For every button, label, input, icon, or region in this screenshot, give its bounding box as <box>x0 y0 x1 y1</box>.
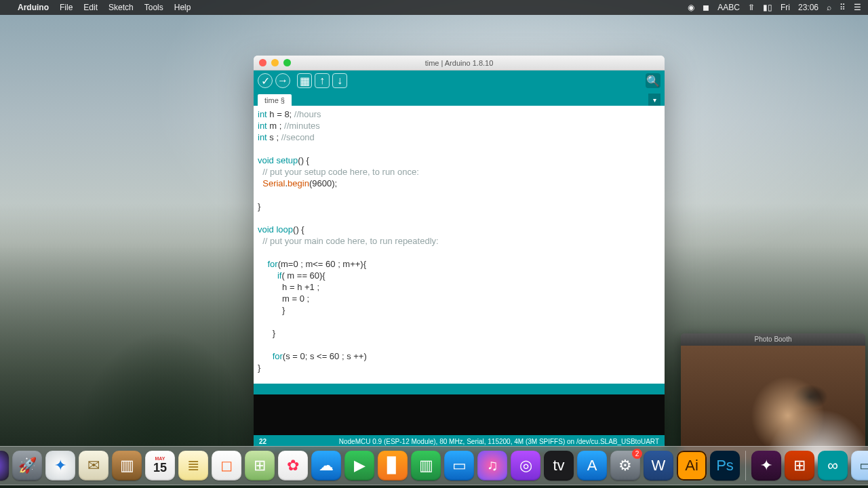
status-time[interactable]: 23:06 <box>798 3 818 12</box>
dock-app-launchpad[interactable]: 🚀 <box>12 451 42 481</box>
status-stop-icon[interactable]: ◼︎ <box>703 3 709 12</box>
menu-sketch[interactable]: Sketch <box>108 3 134 12</box>
arduino-window[interactable]: time | Arduino 1.8.10 ✓ → ▦ ↑ ↓ 🔍 time §… <box>254 56 665 447</box>
dock-app-keynote[interactable]: ▭ <box>444 451 474 481</box>
dock-app-calendar[interactable]: MAY15 <box>145 451 175 481</box>
window-minimize-button[interactable] <box>271 59 279 66</box>
serial-monitor-button[interactable]: 🔍 <box>646 73 660 88</box>
code-editor[interactable]: int h = 8; //hours int m ; //minutes int… <box>254 106 665 384</box>
dock-app-siri[interactable]: ◉ <box>0 451 9 481</box>
dock-app-preview[interactable]: ▭ <box>851 451 868 481</box>
status-input-source[interactable]: A ABC <box>717 3 740 12</box>
footer-board-info: NodeMCU 0.9 (ESP-12 Module), 80 MHz, Ser… <box>339 438 659 445</box>
dock-app-illustrator[interactable]: Ai <box>677 451 707 481</box>
dock-app-contacts[interactable]: ▥ <box>112 451 142 481</box>
status-controlcenter-icon[interactable]: ⠿ <box>840 3 846 12</box>
dock-app-appstore[interactable]: A <box>577 451 607 481</box>
dock-app-tv[interactable]: tv <box>544 451 574 481</box>
menubar: Arduino File Edit Sketch Tools Help ◉ ◼︎… <box>0 0 868 15</box>
status-day[interactable]: Fri <box>781 3 790 12</box>
dock-app-books[interactable]: ▊ <box>378 451 408 481</box>
dock-separator <box>745 451 746 481</box>
dock-badge: 2 <box>632 449 642 459</box>
arduino-status-strip <box>254 384 665 394</box>
dock-app-maps[interactable]: ⊞ <box>245 451 275 481</box>
window-close-button[interactable] <box>259 59 267 66</box>
menu-file[interactable]: File <box>60 3 73 12</box>
status-record-icon[interactable]: ◉ <box>688 3 694 12</box>
arduino-toolbar: ✓ → ▦ ↑ ↓ 🔍 <box>254 70 665 91</box>
window-zoom-button[interactable] <box>283 59 291 66</box>
window-title: time | Arduino 1.8.10 <box>425 59 494 67</box>
open-sketch-button[interactable]: ↑ <box>315 73 330 88</box>
dock-app-mail[interactable]: ✉︎ <box>79 451 108 481</box>
footer-line-number: 22 <box>259 438 267 445</box>
dock-app-numbers[interactable]: ▥ <box>411 451 441 481</box>
dock-app-word[interactable]: W <box>644 451 673 481</box>
dock-app-podcasts[interactable]: ◎ <box>511 451 540 481</box>
save-sketch-button[interactable]: ↓ <box>332 73 347 88</box>
dock-app-office[interactable]: ⊞ <box>785 451 814 481</box>
menu-edit[interactable]: Edit <box>83 3 98 12</box>
sketch-tab-time[interactable]: time § <box>258 94 292 106</box>
dock-app-safari[interactable]: ✦ <box>45 451 75 481</box>
upload-button[interactable]: → <box>275 73 290 88</box>
window-titlebar[interactable]: time | Arduino 1.8.10 <box>254 56 665 70</box>
dock: ☻◉🚀✦✉︎▥MAY15≣◻︎⊞✿☁︎▶︎▊▥▭♫◎tvA⚙︎2WAiPs✦⊞∞… <box>0 446 868 485</box>
dock-app-photoshop[interactable]: Ps <box>710 451 740 481</box>
menu-help[interactable]: Help <box>174 3 191 12</box>
arduino-console[interactable] <box>254 394 665 435</box>
menubar-app-name[interactable]: Arduino <box>18 3 49 12</box>
dock-app-notes[interactable]: ≣ <box>178 451 208 481</box>
dock-app-itunes[interactable]: ♫ <box>477 451 507 481</box>
dock-app-photos[interactable]: ✿ <box>278 451 308 481</box>
dock-app-arduino[interactable]: ∞ <box>818 451 848 481</box>
photobooth-window[interactable]: Photo Booth <box>681 333 865 462</box>
dock-app-messages[interactable]: ☁︎ <box>311 451 341 481</box>
dock-app-facetime[interactable]: ▶︎ <box>344 451 374 481</box>
photobooth-title[interactable]: Photo Booth <box>681 333 865 346</box>
menu-tools[interactable]: Tools <box>144 3 163 12</box>
dock-app-reminders[interactable]: ◻︎ <box>212 451 241 481</box>
verify-button[interactable]: ✓ <box>258 73 273 88</box>
dock-app-slack[interactable]: ✦ <box>751 451 781 481</box>
new-sketch-button[interactable]: ▦ <box>297 73 312 88</box>
arduino-tabbar: time § ▾ <box>254 91 665 106</box>
dock-app-sysprefs[interactable]: ⚙︎2 <box>610 451 640 481</box>
desktop: Arduino File Edit Sketch Tools Help ◉ ◼︎… <box>0 0 868 488</box>
status-notifications-icon[interactable]: ☰ <box>854 3 861 12</box>
photobooth-camera-view <box>681 346 865 462</box>
tab-menu-button[interactable]: ▾ <box>648 94 660 106</box>
status-battery-icon[interactable]: ▮▯ <box>763 3 772 12</box>
status-spotlight-icon[interactable]: ⌕ <box>827 3 831 12</box>
status-wifi-icon[interactable]: ⥣ <box>748 3 755 12</box>
